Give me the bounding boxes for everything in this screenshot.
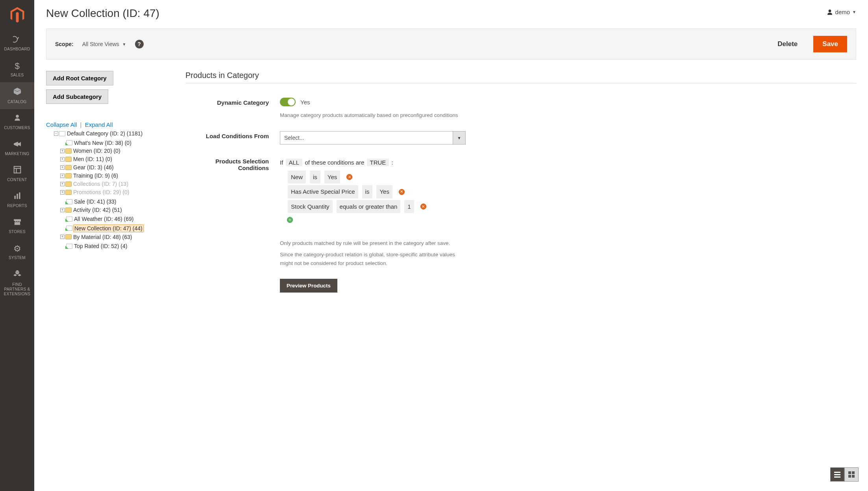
layout-icon <box>13 166 21 176</box>
conditions-label: Products Selection Conditions <box>185 156 280 171</box>
remove-condition-icon[interactable]: ✕ <box>420 204 426 209</box>
svg-point-0 <box>16 115 19 118</box>
condition-aggregator-row: If ALL of these conditions are TRUE : <box>280 156 856 169</box>
nav-label: FIND PARTNERS & EXTENSIONS <box>2 282 33 296</box>
tree-toggle[interactable]: + <box>60 165 65 170</box>
list-icon <box>834 472 840 478</box>
aggregator-value-token[interactable]: TRUE <box>367 159 389 166</box>
tree-node[interactable]: Collections (ID: 7) (13) <box>72 180 129 188</box>
condition-operator[interactable]: equals or greater than <box>337 200 401 213</box>
condition-attribute[interactable]: New <box>288 170 306 184</box>
folder-icon <box>65 234 72 239</box>
user-menu[interactable]: demo ▼ <box>827 9 856 15</box>
tree-node[interactable]: Activity (ID: 42) (51) <box>72 206 123 214</box>
tree-toggle[interactable]: + <box>60 157 65 161</box>
store-icon <box>13 218 22 228</box>
delete-button[interactable]: Delete <box>770 36 805 52</box>
nav-reports[interactable]: REPORTS <box>0 187 34 213</box>
user-icon <box>827 9 833 15</box>
tree-toggle[interactable]: + <box>60 235 65 239</box>
caret-down-icon: ▼ <box>852 10 856 14</box>
gear-icon: ⚙ <box>13 244 21 254</box>
tree-node[interactable]: All Weather (ID: 46) (69) <box>73 215 134 223</box>
nav-label: SALES <box>11 73 24 78</box>
nav-system[interactable]: ⚙ SYSTEM <box>0 239 34 265</box>
tree-node[interactable]: Training (ID: 9) (6) <box>72 172 119 180</box>
condition-rule: Has Active Special PriceisYes✕ <box>280 185 856 198</box>
nav-label: REPORTS <box>7 204 27 208</box>
add-root-category-button[interactable]: Add Root Category <box>46 71 113 85</box>
dynamic-category-label: Dynamic Category <box>185 98 280 106</box>
condition-operator[interactable]: is <box>310 170 320 184</box>
tree-node[interactable]: What's New (ID: 38) (0) <box>73 139 132 147</box>
nav-catalog[interactable]: CATALOG <box>0 82 34 109</box>
megaphone-icon <box>13 140 22 150</box>
tree-toggle[interactable]: + <box>60 182 65 186</box>
tree-node[interactable]: By Material (ID: 48) (63) <box>72 233 133 241</box>
condition-rule: Stock Quantityequals or greater than1✕ <box>280 200 856 213</box>
grid-view-button[interactable] <box>844 467 859 482</box>
category-tree: − Default Category (ID: 2) (1181) What's… <box>46 129 172 250</box>
scope-value: All Store Views <box>82 41 119 47</box>
tree-toggle[interactable]: + <box>60 190 65 195</box>
remove-condition-icon[interactable]: ✕ <box>346 174 352 180</box>
tree-node[interactable]: Promotions (ID: 29) (0) <box>72 189 130 196</box>
nav-content[interactable]: CONTENT <box>0 161 34 187</box>
add-condition-icon[interactable]: + <box>287 217 293 223</box>
caret-down-icon: ▼ <box>122 42 126 46</box>
scope-label: Scope: <box>55 41 74 47</box>
load-conditions-label: Load Conditions From <box>185 131 280 139</box>
folder-icon <box>65 182 72 187</box>
tree-toggle[interactable]: + <box>60 149 65 153</box>
tree-toggle[interactable]: + <box>60 208 65 212</box>
grid-icon <box>848 471 855 478</box>
tree-toggle[interactable]: + <box>60 174 65 178</box>
conditions-note-1: Only products matched by rule will be pr… <box>280 239 469 248</box>
condition-rule: NewisYes✕ <box>280 170 856 184</box>
scope-select[interactable]: All Store Views ▼ <box>82 41 126 47</box>
nav-stores[interactable]: STORES <box>0 213 34 239</box>
load-conditions-select[interactable]: Select... ▼ <box>280 131 466 145</box>
svg-rect-6 <box>19 193 20 199</box>
nav-label: MARKETING <box>5 152 29 156</box>
person-icon <box>14 114 21 124</box>
tree-node[interactable]: Sale (ID: 41) (33) <box>73 198 117 206</box>
nav-partners[interactable]: FIND PARTNERS & EXTENSIONS <box>0 265 34 301</box>
folder-icon <box>65 173 72 178</box>
box-icon <box>13 87 22 98</box>
folder-icon <box>65 208 72 213</box>
condition-value[interactable]: Yes <box>324 170 340 184</box>
help-icon[interactable]: ? <box>135 40 144 48</box>
save-button[interactable]: Save <box>813 36 847 52</box>
section-title: Products in Category <box>185 71 856 80</box>
nav-label: CATALOG <box>7 100 26 104</box>
collapse-all-link[interactable]: Collapse All <box>46 121 77 128</box>
dynamic-category-toggle[interactable] <box>280 98 296 106</box>
tree-node[interactable]: New Collection (ID: 47) (44) <box>73 224 144 233</box>
condition-operator[interactable]: is <box>362 185 373 198</box>
magento-logo[interactable] <box>0 0 34 30</box>
tree-toggle[interactable]: − <box>54 132 58 136</box>
nav-sales[interactable]: $ SALES <box>0 56 34 82</box>
tree-node[interactable]: Top Rated (ID: 52) (4) <box>73 243 128 250</box>
condition-value[interactable]: Yes <box>376 185 392 198</box>
svg-rect-5 <box>17 194 18 199</box>
list-view-button[interactable] <box>830 467 844 482</box>
nav-dashboard[interactable]: DASHBOARD <box>0 30 34 56</box>
tree-node[interactable]: Men (ID: 11) (0) <box>72 156 113 163</box>
nav-marketing[interactable]: MARKETING <box>0 135 34 161</box>
condition-attribute[interactable]: Has Active Special Price <box>288 185 358 198</box>
add-subcategory-button[interactable]: Add Subcategory <box>46 89 108 104</box>
preview-products-button[interactable]: Preview Products <box>280 279 337 293</box>
tree-node-root[interactable]: Default Category (ID: 2) (1181) <box>66 130 143 137</box>
condition-value[interactable]: 1 <box>404 200 414 213</box>
folder-icon <box>65 157 72 162</box>
tree-node[interactable]: Gear (ID: 3) (46) <box>72 164 115 171</box>
remove-condition-icon[interactable]: ✕ <box>399 189 405 195</box>
condition-attribute[interactable]: Stock Quantity <box>288 200 333 213</box>
admin-sidebar: DASHBOARD $ SALES CATALOG CUSTOMERS MARK… <box>0 0 34 491</box>
expand-all-link[interactable]: Expand All <box>85 121 113 128</box>
tree-node[interactable]: Women (ID: 20) (0) <box>72 147 121 155</box>
nav-customers[interactable]: CUSTOMERS <box>0 109 34 135</box>
aggregator-token[interactable]: ALL <box>286 159 303 166</box>
